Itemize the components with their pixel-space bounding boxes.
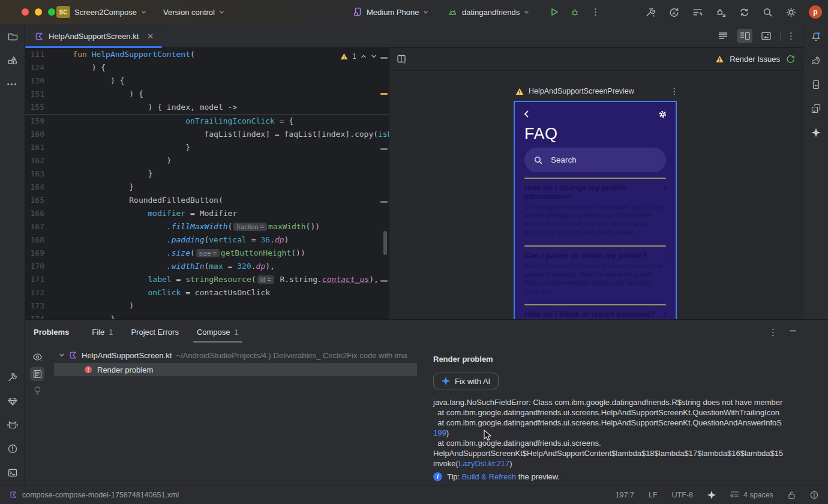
code-line[interactable]: 170 .widthIn(max = 320.dp), — [25, 260, 389, 273]
vcs-menu[interactable]: Version control — [163, 0, 224, 24]
preview-card-header[interactable]: HelpAndSupportScreenPreview ⋮ — [515, 86, 679, 96]
caret-position[interactable]: 197:7 — [616, 491, 634, 499]
project-menu[interactable]: Screen2Compose — [74, 0, 146, 24]
view-options-eye-icon[interactable] — [30, 350, 44, 364]
code-line[interactable]: 159 onTrailingIconClick = { — [25, 115, 389, 128]
scrollbar-mark-grey[interactable] — [380, 148, 388, 150]
editor-scrollbar-thumb[interactable] — [383, 231, 387, 255]
tab-helpandsupportscreen[interactable]: HelpAndSupportScreen.kt ✕ — [25, 24, 162, 48]
device-explorer-icon[interactable] — [811, 103, 821, 114]
zoom-window-button[interactable] — [48, 8, 55, 16]
attach-debugger-icon[interactable] — [715, 7, 727, 18]
prev-problem-icon[interactable] — [361, 53, 367, 59]
fix-with-ai-button[interactable]: Fix with AI — [433, 373, 499, 389]
titlebar-actions: A p — [645, 0, 822, 24]
line-separator[interactable]: LF — [649, 491, 658, 499]
resource-manager-icon[interactable] — [7, 55, 18, 66]
running-devices-icon[interactable] — [811, 79, 821, 90]
render-problem-row[interactable]: Render problem — [54, 363, 417, 376]
code-line[interactable]: 124 ) { — [25, 61, 389, 74]
settings-gear-icon[interactable] — [785, 7, 797, 18]
problems-tool-window-icon[interactable] — [7, 443, 18, 454]
user-avatar[interactable]: p — [809, 5, 822, 19]
editor-options-kebab[interactable]: ⋮ — [787, 31, 796, 41]
project-folder-icon[interactable] — [7, 31, 18, 42]
close-tab-icon[interactable]: ✕ — [147, 32, 154, 41]
device-selector[interactable]: Medium Phone — [353, 0, 428, 24]
code-line[interactable]: 169 .size(size =getButtonHeight()) — [25, 247, 389, 260]
code-line[interactable]: 166 modifier = Modifier — [25, 207, 389, 220]
next-problem-icon[interactable] — [371, 53, 377, 59]
stack-link[interactable]: 199 — [433, 428, 446, 437]
preview-phone-frame[interactable]: FAQ Search How do I change my profile in… — [514, 101, 677, 319]
scrollbar-mark-warning[interactable] — [380, 93, 388, 95]
code-line[interactable]: 171 label = stringResource(id = R.string… — [25, 273, 389, 286]
line-number: 164 — [29, 181, 44, 194]
tab-compose[interactable]: Compose1 — [197, 328, 239, 337]
unlock-icon[interactable] — [788, 491, 796, 499]
code-line[interactable]: 168 .padding(vertical = 36.dp) — [25, 233, 389, 247]
search-icon[interactable] — [762, 7, 773, 18]
inspections-widget[interactable]: 1 — [338, 51, 379, 62]
code-line[interactable]: 161 } — [25, 141, 389, 154]
code-line[interactable]: 162 ) — [25, 154, 389, 167]
scrollbar-mark-green[interactable] — [380, 57, 388, 59]
code-line[interactable]: 160 faqList[index] = faqList[index].copy… — [25, 128, 389, 141]
show-details-icon[interactable] — [30, 367, 44, 381]
design-view-icon[interactable] — [758, 29, 774, 43]
notifications-bell-icon[interactable] — [811, 31, 821, 42]
close-window-button[interactable] — [22, 8, 29, 16]
run-button[interactable] — [550, 0, 559, 24]
layout-mode-icon[interactable] — [397, 54, 407, 64]
code-line[interactable]: 111 fun HelpAndSupportContent( — [25, 48, 389, 61]
sync-devices-icon[interactable] — [739, 7, 750, 18]
tab-project-errors[interactable]: Project Errors — [131, 328, 178, 337]
diamond-icon[interactable] — [7, 396, 18, 407]
code-line[interactable]: 165 RoundedFilledButton( — [25, 194, 389, 207]
chevron-down-icon[interactable] — [59, 352, 65, 358]
render-issues-label[interactable]: Render Issues — [730, 55, 780, 64]
code-line[interactable]: 164 } — [25, 181, 389, 194]
refresh-icon[interactable] — [785, 54, 796, 64]
exclamation-circle-icon[interactable] — [810, 491, 818, 499]
code-line[interactable]: 130 ) { — [25, 74, 389, 88]
scrollbar-mark-grey[interactable] — [380, 280, 388, 282]
build-refresh-link[interactable]: Build & Refresh — [462, 472, 516, 481]
gemini-star-icon[interactable] — [811, 127, 821, 138]
apply-changes-icon[interactable]: A — [668, 7, 680, 18]
run-configuration-selector[interactable]: datingandfriends — [448, 0, 529, 24]
logcat-icon[interactable] — [7, 419, 18, 430]
profiler-icon[interactable] — [692, 7, 703, 18]
ai-sparkle-icon[interactable] — [707, 491, 716, 499]
quick-fix-bulb-icon[interactable] — [30, 383, 44, 398]
code-line[interactable]: 155 ) { index, model -> — [25, 101, 389, 114]
preview-card-kebab[interactable]: ⋮ — [670, 86, 679, 96]
code-line[interactable]: 167 .fillMaxWidth(fraction =maxWidth()) — [25, 220, 389, 233]
mouse-cursor — [484, 430, 492, 442]
build-icon[interactable] — [645, 7, 656, 18]
tab-file[interactable]: File1 — [92, 328, 113, 337]
code-line[interactable]: 174 } — [25, 313, 389, 319]
minimize-window-button[interactable] — [35, 8, 42, 16]
more-tool-windows-icon[interactable]: ••• — [7, 80, 18, 88]
more-actions-kebab[interactable]: ⋮ — [591, 0, 600, 24]
scrollbar-mark-grey[interactable] — [380, 201, 388, 203]
terminal-icon[interactable] — [7, 467, 18, 478]
code-line[interactable]: 173 ) — [25, 299, 389, 313]
file-encoding[interactable]: UTF-8 — [672, 491, 693, 499]
minimize-panel-icon[interactable] — [789, 327, 797, 335]
code-line[interactable]: 163 } — [25, 167, 389, 181]
code-line[interactable]: 151 ) { — [25, 88, 389, 101]
gradle-icon[interactable] — [810, 55, 821, 66]
stack-link[interactable]: LazyDsl.kt:217 — [458, 459, 509, 468]
faq-search-bar: Search — [524, 148, 666, 172]
code-line[interactable]: 172 onClick = contactUsOnClick — [25, 286, 389, 299]
problems-file-row[interactable]: HelpAndSupportScreen.kt ~/AndroidStudioP… — [49, 349, 426, 362]
split-view-icon[interactable] — [737, 29, 752, 43]
debug-button[interactable] — [570, 0, 580, 24]
panel-options-kebab[interactable]: ⋮ — [769, 327, 778, 338]
build-tool-window-icon[interactable] — [7, 372, 18, 383]
indent-setting[interactable]: 4 spaces — [730, 491, 773, 499]
code-editor[interactable]: 111 fun HelpAndSupportContent(124 ) {130… — [25, 48, 389, 319]
code-view-icon[interactable] — [715, 29, 731, 43]
